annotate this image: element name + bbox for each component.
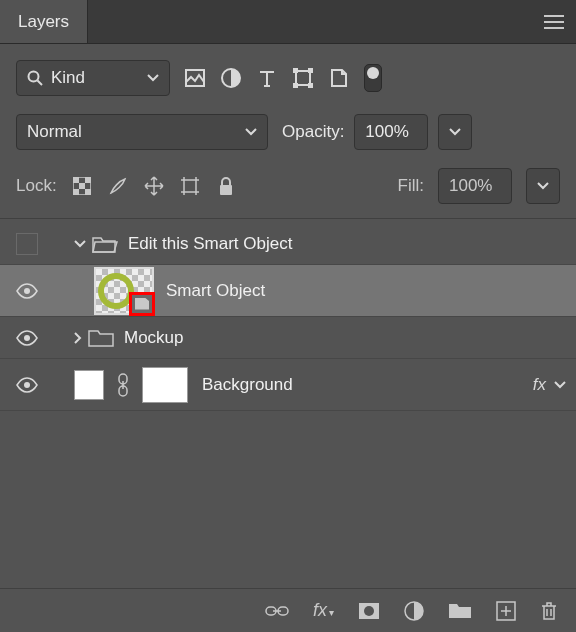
mask-thumbnail[interactable] bbox=[142, 367, 188, 403]
chevron-right-icon[interactable] bbox=[74, 332, 82, 344]
filter-kind-select[interactable]: Kind bbox=[16, 60, 170, 96]
delete-layer-button[interactable] bbox=[540, 601, 558, 621]
svg-rect-15 bbox=[220, 185, 232, 195]
fill-dropdown-button[interactable] bbox=[526, 168, 560, 204]
svg-rect-12 bbox=[73, 189, 79, 195]
filter-shape-button[interactable] bbox=[292, 68, 314, 88]
smartobject-badge-icon bbox=[129, 292, 155, 316]
blend-row: Normal Opacity: 100% bbox=[0, 106, 576, 160]
lock-position-button[interactable] bbox=[143, 175, 165, 197]
folder-icon bbox=[448, 602, 472, 620]
layer-group-edit-smart-object[interactable]: Edit this Smart Object bbox=[0, 223, 576, 265]
mask-icon bbox=[358, 602, 380, 620]
filter-pixel-button[interactable] bbox=[184, 69, 206, 87]
svg-rect-10 bbox=[85, 177, 91, 183]
panel-tabbar: Layers bbox=[0, 0, 576, 44]
panel-menu-button[interactable] bbox=[532, 0, 576, 43]
lock-transparency-button[interactable] bbox=[71, 177, 93, 195]
opacity-dropdown-button[interactable] bbox=[438, 114, 472, 150]
layer-thumbnail[interactable] bbox=[94, 267, 154, 315]
visibility-toggle[interactable] bbox=[0, 233, 54, 255]
eye-icon bbox=[16, 377, 38, 393]
svg-rect-4 bbox=[293, 68, 298, 73]
filter-kind-label: Kind bbox=[51, 68, 85, 88]
opacity-input[interactable]: 100% bbox=[354, 114, 428, 150]
filter-toggle[interactable] bbox=[364, 64, 382, 92]
folder-open-icon bbox=[92, 234, 118, 254]
svg-rect-7 bbox=[308, 83, 313, 88]
layer-background[interactable]: Background fx bbox=[0, 359, 576, 411]
layers-list: Edit this Smart Object Smart Object bbox=[0, 223, 576, 588]
visibility-toggle[interactable] bbox=[0, 330, 54, 346]
chevron-down-icon bbox=[449, 128, 461, 136]
layer-name: Edit this Smart Object bbox=[128, 234, 292, 254]
tab-layers[interactable]: Layers bbox=[0, 0, 88, 43]
hamburger-icon bbox=[544, 15, 564, 29]
eye-icon bbox=[16, 330, 38, 346]
image-icon bbox=[185, 69, 205, 87]
layer-thumbnail[interactable] bbox=[74, 370, 104, 400]
lock-all-button[interactable] bbox=[215, 176, 237, 196]
svg-rect-5 bbox=[308, 68, 313, 73]
panel-footer: fx▾ bbox=[0, 588, 576, 632]
svg-rect-6 bbox=[293, 83, 298, 88]
filter-row: Kind bbox=[0, 44, 576, 106]
layer-name: Mockup bbox=[124, 328, 184, 348]
checker-icon bbox=[73, 177, 91, 195]
chevron-down-icon[interactable] bbox=[554, 381, 566, 389]
link-layers-button[interactable] bbox=[265, 604, 289, 618]
opacity-value: 100% bbox=[365, 122, 408, 142]
lock-row: Lock: Fill: 100% bbox=[0, 160, 576, 218]
svg-rect-14 bbox=[184, 180, 196, 192]
blend-mode-select[interactable]: Normal bbox=[16, 114, 268, 150]
visibility-toggle[interactable] bbox=[0, 377, 54, 393]
adjustment-layer-button[interactable] bbox=[404, 601, 424, 621]
lock-icon bbox=[218, 176, 234, 196]
svg-point-16 bbox=[24, 288, 30, 294]
smartobject-icon bbox=[330, 68, 348, 88]
fill-input[interactable]: 100% bbox=[438, 168, 512, 204]
svg-point-0 bbox=[29, 72, 39, 82]
svg-rect-3 bbox=[296, 71, 310, 85]
svg-point-18 bbox=[24, 382, 30, 388]
type-icon bbox=[258, 69, 276, 87]
new-group-button[interactable] bbox=[448, 602, 472, 620]
svg-point-24 bbox=[364, 606, 374, 616]
lock-label: Lock: bbox=[16, 176, 57, 196]
lock-brush-button[interactable] bbox=[107, 176, 129, 196]
folder-icon bbox=[88, 328, 114, 348]
fx-button[interactable]: fx▾ bbox=[313, 600, 334, 621]
filter-type-button[interactable] bbox=[256, 69, 278, 87]
svg-rect-9 bbox=[73, 177, 79, 183]
layer-name: Background bbox=[202, 375, 293, 395]
plus-box-icon bbox=[496, 601, 516, 621]
empty-eye-icon bbox=[16, 233, 38, 255]
tab-layers-label: Layers bbox=[18, 12, 69, 32]
chevron-down-icon bbox=[147, 74, 159, 82]
filter-adjustment-button[interactable] bbox=[220, 68, 242, 88]
adjustment-icon bbox=[404, 601, 424, 621]
new-layer-button[interactable] bbox=[496, 601, 516, 621]
fill-label: Fill: bbox=[398, 176, 424, 196]
filter-smartobject-button[interactable] bbox=[328, 68, 350, 88]
brush-icon bbox=[108, 176, 128, 196]
svg-rect-13 bbox=[85, 189, 91, 195]
search-icon bbox=[27, 70, 43, 86]
trash-icon bbox=[540, 601, 558, 621]
move-icon bbox=[143, 175, 165, 197]
layer-name: Smart Object bbox=[166, 281, 265, 301]
fill-value: 100% bbox=[449, 176, 492, 196]
blend-mode-label: Normal bbox=[27, 122, 82, 142]
eye-icon bbox=[16, 283, 38, 299]
chevron-down-icon bbox=[537, 182, 549, 190]
link-icon[interactable] bbox=[116, 373, 130, 397]
divider bbox=[0, 218, 576, 219]
layer-group-mockup[interactable]: Mockup bbox=[0, 317, 576, 359]
shape-icon bbox=[293, 68, 313, 88]
lock-artboard-button[interactable] bbox=[179, 175, 201, 197]
visibility-toggle[interactable] bbox=[0, 283, 54, 299]
chevron-down-icon[interactable] bbox=[74, 240, 86, 248]
chain-icon bbox=[265, 604, 289, 618]
layer-smart-object[interactable]: Smart Object bbox=[0, 265, 576, 317]
mask-button[interactable] bbox=[358, 602, 380, 620]
